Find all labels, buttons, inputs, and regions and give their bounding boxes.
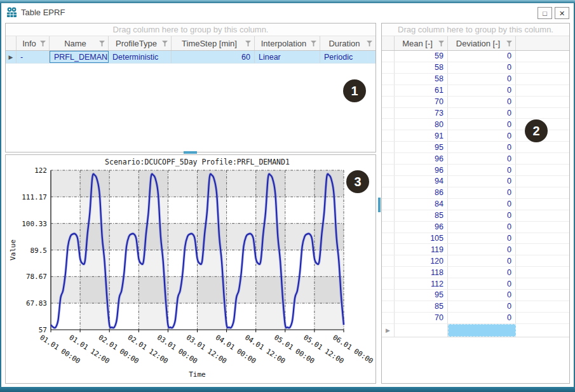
filter-icon[interactable] bbox=[506, 41, 512, 46]
mean-cell[interactable]: 70 bbox=[395, 313, 448, 323]
deviation-cell[interactable]: 0 bbox=[448, 255, 516, 266]
cell-timestep[interactable]: 60 bbox=[172, 51, 255, 63]
column-header-mean[interactable]: Mean [-] bbox=[395, 36, 448, 50]
mean-cell[interactable]: 119 bbox=[395, 244, 448, 255]
filter-icon[interactable] bbox=[40, 41, 46, 46]
mean-cell[interactable]: 58 bbox=[395, 74, 448, 84]
table-row[interactable]: 1190 bbox=[382, 244, 569, 255]
group-by-hint[interactable]: Drag column here to group by this column… bbox=[6, 24, 375, 36]
filter-icon[interactable] bbox=[438, 41, 444, 46]
column-header-deviation[interactable]: Deviation [-] bbox=[448, 36, 516, 50]
profile-row[interactable]: ▶ - PRFL_DEMAND1 Deterministic 60 Linear… bbox=[6, 51, 375, 64]
table-row[interactable]: 1200 bbox=[382, 255, 569, 267]
deviation-cell[interactable]: 0 bbox=[448, 301, 516, 312]
table-row[interactable]: 950 bbox=[382, 142, 569, 153]
mean-cell[interactable]: 80 bbox=[395, 119, 448, 130]
mean-cell[interactable]: 118 bbox=[395, 267, 448, 278]
mean-cell[interactable]: 73 bbox=[395, 108, 448, 119]
mean-cell[interactable]: 85 bbox=[395, 301, 448, 312]
cell-profiletype[interactable]: Deterministic bbox=[109, 51, 172, 63]
deviation-cell[interactable]: 0 bbox=[448, 74, 516, 84]
table-row[interactable]: 580 bbox=[382, 62, 569, 74]
table-row[interactable]: 850 bbox=[382, 301, 569, 313]
mean-cell[interactable]: 95 bbox=[395, 290, 448, 301]
table-row[interactable]: 1050 bbox=[382, 233, 569, 245]
mean-cell[interactable]: 112 bbox=[395, 278, 448, 289]
maximize-button[interactable]: □ bbox=[538, 7, 552, 19]
deviation-cell[interactable]: 0 bbox=[448, 290, 516, 301]
table-row[interactable]: 860 bbox=[382, 187, 569, 199]
column-header-name[interactable]: Name bbox=[50, 36, 109, 50]
table-row[interactable]: 730 bbox=[382, 108, 569, 119]
table-row[interactable]: 960 bbox=[382, 165, 569, 176]
mean-cell[interactable]: 96 bbox=[395, 222, 448, 233]
table-row[interactable]: 590 bbox=[382, 51, 569, 62]
mean-cell[interactable]: 120 bbox=[395, 255, 448, 266]
deviation-cell[interactable]: 0 bbox=[448, 176, 516, 187]
deviation-cell[interactable]: 0 bbox=[448, 153, 516, 164]
table-row[interactable]: 1120 bbox=[382, 278, 569, 290]
deviation-cell[interactable]: 0 bbox=[448, 165, 516, 175]
column-header-interpolation[interactable]: Interpolation bbox=[255, 36, 320, 50]
filter-icon[interactable] bbox=[99, 41, 105, 46]
mean-cell[interactable]: 84 bbox=[395, 199, 448, 210]
filter-icon[interactable] bbox=[245, 41, 251, 46]
deviation-cell[interactable]: 0 bbox=[448, 210, 516, 221]
deviation-cell[interactable]: 0 bbox=[448, 278, 516, 289]
mean-cell[interactable]: 105 bbox=[395, 233, 448, 244]
table-row[interactable]: 960 bbox=[382, 222, 569, 233]
filter-icon[interactable] bbox=[162, 41, 168, 46]
selected-cell[interactable] bbox=[448, 324, 516, 337]
column-header-timestep[interactable]: TimeStep [min] bbox=[172, 36, 255, 50]
new-row-mean-cell[interactable] bbox=[395, 324, 448, 337]
deviation-cell[interactable]: 0 bbox=[448, 51, 516, 62]
cell-interpolation[interactable]: Linear bbox=[255, 51, 320, 63]
deviation-cell[interactable]: 0 bbox=[448, 62, 516, 73]
cell-duration[interactable]: Periodic bbox=[320, 51, 375, 63]
deviation-cell[interactable]: 0 bbox=[448, 142, 516, 152]
cell-info[interactable]: - bbox=[17, 51, 50, 63]
mean-cell[interactable]: 70 bbox=[395, 97, 448, 107]
mean-cell[interactable]: 59 bbox=[395, 51, 448, 62]
table-row[interactable]: 950 bbox=[382, 290, 569, 301]
close-button[interactable]: ✕ bbox=[555, 7, 569, 19]
mean-cell[interactable]: 95 bbox=[395, 142, 448, 152]
deviation-cell[interactable]: 0 bbox=[448, 108, 516, 119]
vertical-splitter-handle[interactable] bbox=[378, 198, 381, 212]
table-row[interactable]: 1180 bbox=[382, 267, 569, 278]
deviation-cell[interactable]: 0 bbox=[448, 233, 516, 244]
column-header-info[interactable]: Info bbox=[17, 36, 50, 50]
new-row[interactable]: ▶ bbox=[382, 324, 569, 337]
mean-cell[interactable]: 96 bbox=[395, 165, 448, 175]
deviation-cell[interactable]: 0 bbox=[448, 244, 516, 255]
deviation-cell[interactable]: 0 bbox=[448, 222, 516, 233]
mean-cell[interactable]: 94 bbox=[395, 176, 448, 187]
filter-icon[interactable] bbox=[311, 41, 316, 46]
mean-cell[interactable]: 85 bbox=[395, 210, 448, 221]
table-row[interactable]: 840 bbox=[382, 199, 569, 210]
table-row[interactable]: 700 bbox=[382, 313, 569, 324]
deviation-cell[interactable]: 0 bbox=[448, 267, 516, 278]
table-row[interactable]: 940 bbox=[382, 176, 569, 187]
table-row[interactable]: 610 bbox=[382, 85, 569, 97]
deviation-cell[interactable]: 0 bbox=[448, 199, 516, 210]
mean-cell[interactable]: 96 bbox=[395, 153, 448, 164]
mean-cell[interactable]: 86 bbox=[395, 187, 448, 198]
deviation-cell[interactable]: 0 bbox=[448, 130, 516, 141]
deviation-cell[interactable]: 0 bbox=[448, 97, 516, 107]
filter-icon[interactable] bbox=[367, 41, 372, 46]
cell-name-selected[interactable]: PRFL_DEMAND1 bbox=[50, 51, 109, 63]
table-row[interactable]: 850 bbox=[382, 210, 569, 222]
column-header-profiletype[interactable]: ProfileType bbox=[109, 36, 172, 50]
table-row[interactable]: 580 bbox=[382, 74, 569, 85]
deviation-cell[interactable]: 0 bbox=[448, 85, 516, 96]
deviation-cell[interactable]: 0 bbox=[448, 187, 516, 198]
deviation-cell[interactable]: 0 bbox=[448, 119, 516, 130]
mean-cell[interactable]: 61 bbox=[395, 85, 448, 96]
mean-cell[interactable]: 58 bbox=[395, 62, 448, 73]
table-row[interactable]: 960 bbox=[382, 153, 569, 165]
column-header-duration[interactable]: Duration bbox=[320, 36, 375, 50]
deviation-cell[interactable]: 0 bbox=[448, 313, 516, 323]
mean-cell[interactable]: 91 bbox=[395, 130, 448, 141]
group-by-hint[interactable]: Drag column here to group by this column… bbox=[382, 24, 569, 36]
